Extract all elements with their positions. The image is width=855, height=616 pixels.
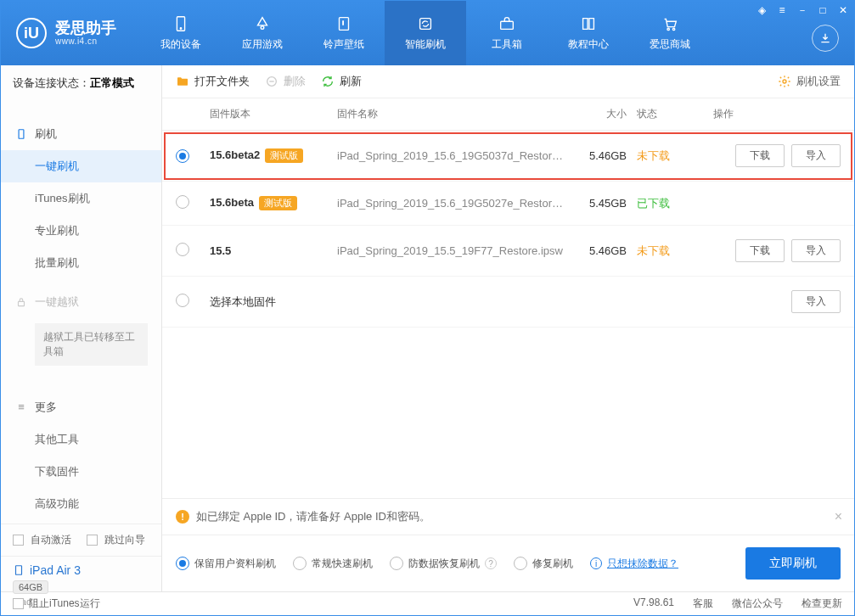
logo-icon: iU (16, 18, 47, 48)
flash-icon (14, 127, 28, 141)
close-icon[interactable]: × (835, 509, 842, 524)
window-controls: ◈ ≡ － □ ✕ (756, 4, 849, 16)
sidebar-section-more[interactable]: ≡ 更多 (1, 391, 161, 423)
sidebar-item-other-tools[interactable]: 其他工具 (1, 423, 161, 456)
radio-icon (514, 557, 527, 570)
more-icon: ≡ (14, 400, 28, 414)
firmware-name: iPad_Spring_2019_15.6_19G5037d_Restore.i… (337, 149, 569, 162)
sidebar-item-advanced[interactable]: 高级功能 (1, 488, 161, 520)
win-minimize-icon[interactable]: － (796, 4, 808, 16)
firmware-version: 15.6beta2测试版 (210, 148, 337, 163)
sidebar-section-jailbreak: 一键越狱 (1, 286, 161, 318)
sidebar-item-batch-flash[interactable]: 批量刷机 (1, 247, 161, 279)
opt-normal-flash[interactable]: 常规快速刷机 (293, 557, 373, 571)
firmware-row[interactable]: 15.6beta2测试版 iPad_Spring_2019_15.6_19G50… (162, 131, 854, 182)
check-update-link[interactable]: 检查更新 (802, 596, 842, 611)
import-button[interactable]: 导入 (791, 290, 841, 313)
nav-ringtones[interactable]: 铃声壁纸 (303, 1, 385, 65)
block-itunes[interactable]: 阻止iTunes运行 (13, 596, 100, 611)
block-itunes-checkbox[interactable] (13, 598, 24, 609)
svg-rect-9 (19, 301, 25, 305)
sidebar-item-download-firmware[interactable]: 下载固件 (1, 456, 161, 488)
info-icon[interactable]: i (590, 557, 602, 569)
connection-status: 设备连接状态：正常模式 (1, 65, 161, 101)
win-maximize-icon[interactable]: □ (817, 4, 829, 16)
flash-settings-button[interactable]: 刷机设置 (778, 74, 841, 89)
auto-activate-checkbox[interactable] (13, 535, 24, 546)
jailbreak-note: 越狱工具已转移至工具箱 (35, 323, 148, 366)
skip-guide-checkbox[interactable] (87, 535, 98, 546)
book-icon (579, 14, 598, 33)
svg-point-12 (783, 80, 786, 83)
opt-repair-flash[interactable]: 修复刷机 (514, 557, 573, 571)
lock-icon (14, 295, 28, 309)
svg-point-7 (672, 28, 674, 30)
music-icon (335, 14, 353, 33)
erase-link[interactable]: 只想抹除数据？ (607, 557, 678, 571)
device-name: iPad Air 3 (13, 563, 149, 577)
apps-icon (253, 14, 272, 33)
nav-my-device[interactable]: 我的设备 (140, 1, 222, 65)
opt-keep-data[interactable]: 保留用户资料刷机 (176, 557, 276, 571)
help-icon[interactable]: ? (485, 557, 497, 569)
refresh-icon (321, 75, 335, 88)
sidebar-section-flash[interactable]: 刷机 (1, 118, 161, 150)
firmware-row[interactable]: 15.6beta测试版 iPad_Spring_2019_15.6_19G502… (162, 182, 854, 226)
win-menu-icon[interactable]: ≡ (776, 4, 788, 16)
radio-icon[interactable] (176, 294, 189, 307)
svg-point-6 (667, 28, 669, 30)
sidebar-item-itunes-flash[interactable]: iTunes刷机 (1, 182, 161, 215)
toolbar: 打开文件夹 删除 刷新 刷机设置 (162, 65, 854, 98)
app-name: 爱思助手 (55, 20, 116, 37)
open-folder-button[interactable]: 打开文件夹 (176, 74, 250, 89)
svg-point-2 (261, 26, 264, 30)
firmware-size: 5.45GB (569, 197, 637, 210)
nav-flash[interactable]: 智能刷机 (385, 1, 466, 65)
radio-icon (176, 557, 189, 570)
flash-options: 保留用户资料刷机 常规快速刷机 防数据恢复刷机? 修复刷机 i只想抹除数据？ 立… (162, 535, 854, 591)
sidebar-item-pro-flash[interactable]: 专业刷机 (1, 215, 161, 247)
delete-button: 删除 (265, 74, 306, 89)
download-button[interactable]: 下载 (735, 144, 785, 167)
import-button[interactable]: 导入 (791, 239, 841, 262)
firmware-version: 15.6beta测试版 (210, 196, 337, 210)
sidebar-item-oneclick-flash[interactable]: 一键刷机 (1, 150, 161, 182)
download-button[interactable]: 下载 (735, 239, 785, 262)
refresh-icon (416, 14, 435, 33)
tablet-icon (13, 564, 25, 576)
radio-icon (293, 557, 307, 570)
firmware-row[interactable]: 15.5 iPad_Spring_2019_15.5_19F77_Restore… (162, 226, 854, 277)
import-button[interactable]: 导入 (791, 144, 841, 167)
firmware-name: iPad_Spring_2019_15.5_19F77_Restore.ipsw (337, 244, 569, 257)
radio-icon[interactable] (176, 149, 189, 163)
svg-point-1 (180, 28, 181, 29)
wechat-link[interactable]: 微信公众号 (732, 596, 783, 611)
nav-apps[interactable]: 应用游戏 (222, 1, 303, 65)
firmware-row[interactable]: 选择本地固件 导入 (162, 277, 854, 328)
firmware-name: iPad_Spring_2019_15.6_19G5027e_Restore.i… (337, 197, 569, 210)
nav-tutorials[interactable]: 教程中心 (548, 1, 629, 65)
device-capacity: 64GB (13, 580, 48, 594)
download-button[interactable] (812, 25, 839, 52)
col-status: 状态 (637, 107, 713, 121)
app-domain: www.i4.cn (55, 36, 116, 46)
col-ops: 操作 (713, 107, 841, 121)
opt-antidata-flash[interactable]: 防数据恢复刷机? (390, 557, 497, 571)
warning-text: 如已绑定 Apple ID，请准备好 Apple ID和密码。 (196, 509, 430, 524)
win-skin-icon[interactable]: ◈ (756, 4, 768, 16)
main-content: 打开文件夹 删除 刷新 刷机设置 固件版本 固件名称 大小 状态 操作 (162, 65, 854, 591)
nav-toolbox[interactable]: 工具箱 (466, 1, 548, 65)
firmware-status: 未下载 (637, 148, 713, 164)
bottom-panel: ! 如已绑定 Apple ID，请准备好 Apple ID和密码。 × 保留用户… (162, 498, 854, 591)
win-close-icon[interactable]: ✕ (837, 4, 849, 16)
phone-icon (172, 14, 190, 33)
refresh-button[interactable]: 刷新 (321, 74, 362, 89)
support-link[interactable]: 客服 (693, 596, 713, 611)
radio-icon[interactable] (176, 243, 189, 256)
nav-store[interactable]: 爱思商城 (629, 1, 711, 65)
flash-now-button[interactable]: 立即刷机 (745, 547, 841, 580)
erase-info: i只想抹除数据？ (590, 557, 678, 571)
radio-icon[interactable] (176, 195, 189, 209)
warning-icon: ! (176, 510, 189, 524)
firmware-size: 5.46GB (569, 149, 637, 162)
